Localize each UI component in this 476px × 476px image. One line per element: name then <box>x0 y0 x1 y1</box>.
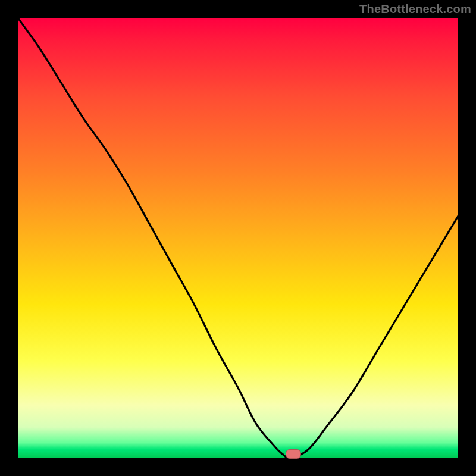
optimal-marker <box>286 449 301 459</box>
chart-container: TheBottleneck.com <box>0 0 476 476</box>
bottleneck-curve <box>18 18 458 458</box>
watermark-text: TheBottleneck.com <box>359 2 471 16</box>
plot-area <box>18 18 458 458</box>
